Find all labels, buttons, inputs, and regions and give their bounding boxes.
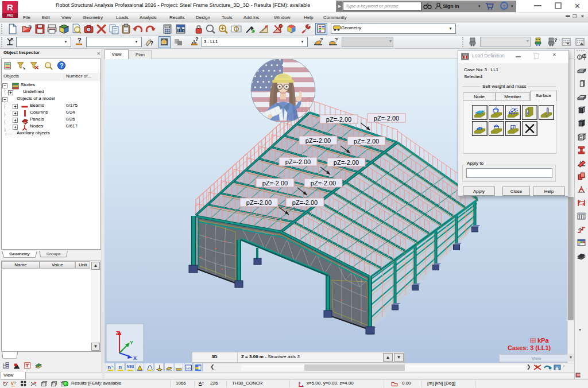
svg-text:pZ=-2.00: pZ=-2.00 bbox=[334, 159, 359, 166]
svg-text:?: ? bbox=[150, 40, 153, 46]
svg-text:?: ? bbox=[10, 37, 14, 42]
svg-text:pZ=-2.00: pZ=-2.00 bbox=[262, 180, 288, 187]
svg-text:pZ=-2.00: pZ=-2.00 bbox=[354, 138, 379, 145]
svg-text:t°: t° bbox=[546, 115, 548, 118]
svg-text:pZ=-2.00: pZ=-2.00 bbox=[326, 116, 351, 123]
svg-text:Z: Z bbox=[116, 330, 119, 336]
svg-text:pZ=-2.00: pZ=-2.00 bbox=[311, 180, 336, 187]
svg-text:?: ? bbox=[335, 37, 338, 42]
svg-text:Y: Y bbox=[130, 340, 133, 346]
svg-text:pZ=-2.00: pZ=-2.00 bbox=[285, 158, 311, 165]
svg-text:?: ? bbox=[78, 37, 82, 44]
svg-text:pZ=-2.00: pZ=-2.00 bbox=[374, 115, 399, 122]
svg-text:?: ? bbox=[14, 381, 17, 385]
svg-text:?: ? bbox=[320, 37, 323, 42]
svg-text:?: ? bbox=[60, 63, 63, 69]
svg-text:1: 1 bbox=[578, 55, 581, 60]
svg-text:?: ? bbox=[195, 37, 199, 42]
svg-text:pZ=-2.00: pZ=-2.00 bbox=[305, 137, 331, 144]
svg-text:X: X bbox=[133, 355, 137, 361]
svg-text:?: ? bbox=[554, 37, 558, 43]
svg-text:pZ=-2.00: pZ=-2.00 bbox=[292, 199, 318, 206]
svg-text:pZ=-2.00: pZ=-2.00 bbox=[246, 199, 272, 206]
svg-text:V: V bbox=[11, 381, 14, 386]
